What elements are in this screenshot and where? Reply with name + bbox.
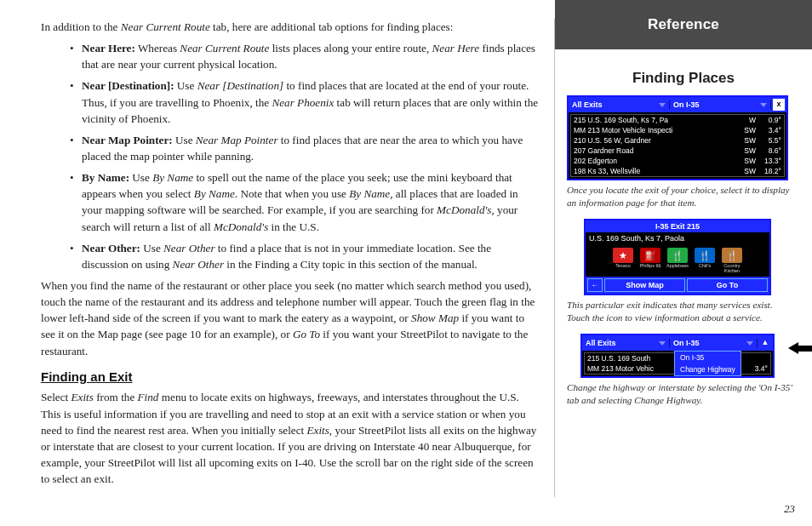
exit-subtitle: U.S. 169 South, Ks 7, Paola <box>586 232 769 244</box>
menu-item[interactable]: Change Highway <box>675 363 741 375</box>
scroll-up-icon[interactable]: ▲ <box>759 337 771 349</box>
paragraph: Select Exits from the Find menu to locat… <box>41 389 539 487</box>
poi-icon[interactable]: ⛽Phillips 66 <box>638 248 662 273</box>
chevron-down-icon <box>659 341 666 346</box>
back-button[interactable]: ← <box>587 278 603 292</box>
show-map-button[interactable]: Show Map <box>604 278 685 292</box>
list-item: Near [Destination]: Use Near [Destinatio… <box>70 77 539 126</box>
list-item: Near Other: Use Near Other to find a pla… <box>70 240 539 272</box>
pointer-arrow-icon <box>788 342 812 354</box>
exit-row[interactable]: MM 213 Motor Vehicle InspectiSW3.4° <box>571 125 784 135</box>
finding-exit-heading: Finding an Exit <box>41 368 539 386</box>
caption: This particular exit indicates that many… <box>567 299 795 323</box>
main-content: In addition to the Near Current Route ta… <box>0 0 554 526</box>
highway-menu: On I-35 Change Highway <box>674 351 741 376</box>
device-screenshot-exits-list: All Exits On I-35 x 215 U.S. 169 South, … <box>567 95 788 180</box>
sidebar: Reference Finding Places All Exits On I-… <box>555 0 812 526</box>
poi-icon[interactable]: 🍴Applebees <box>666 248 689 273</box>
list-item: By Name: Use By Name to spell out the na… <box>70 169 539 235</box>
poi-icon[interactable]: 🍴Chili's <box>693 248 717 273</box>
device-screenshot-change-highway: All Exits On I-35 ▲ 215 U.S. 169 SouthMM… <box>580 334 775 378</box>
poi-icon[interactable]: 🍴Country Kitchen <box>720 248 744 273</box>
paragraph: When you find the name of the restaurant… <box>41 277 539 359</box>
all-exits-dropdown[interactable]: All Exits <box>569 100 670 109</box>
close-icon[interactable]: x <box>773 99 785 111</box>
exit-row[interactable]: 210 U.S. 56 W, GardnerSW5.5° <box>571 135 784 146</box>
poi-icon[interactable]: ★Texaco <box>611 248 635 273</box>
reference-banner: Reference <box>555 0 812 49</box>
exit-row[interactable]: 207 Gardner RoadSW8.6° <box>571 146 784 156</box>
go-to-button[interactable]: Go To <box>687 278 768 292</box>
list-item: Near Map Pointer: Use Near Map Pointer t… <box>70 132 539 164</box>
sidebar-title: Finding Places <box>555 70 812 87</box>
highway-dropdown[interactable]: On I-35 <box>670 339 758 347</box>
device-screenshot-exit-info: I-35 Exit 215 U.S. 169 South, Ks 7, Paol… <box>584 219 771 295</box>
all-exits-dropdown[interactable]: All Exits <box>582 339 670 347</box>
caption: Once you locate the exit of your choice,… <box>567 184 795 209</box>
chevron-down-icon <box>659 103 666 107</box>
chevron-down-icon <box>746 341 753 346</box>
highway-dropdown[interactable]: On I-35 <box>670 100 771 109</box>
intro-text: In addition to the Near Current Route ta… <box>41 19 539 35</box>
caption: Change the highway or interstate by sele… <box>567 381 795 406</box>
chevron-down-icon <box>760 103 767 107</box>
exit-row[interactable]: 215 U.S. 169 South, Ks 7, PaW0.9° <box>571 115 784 125</box>
tab-options-list: Near Here: Whereas Near Current Route li… <box>70 40 539 272</box>
menu-item[interactable]: On I-35 <box>675 352 741 363</box>
page-number: 23 <box>784 502 795 516</box>
exit-row[interactable]: 198 Ks 33, WellsvilleSW18.2° <box>571 166 784 176</box>
list-item: Near Here: Whereas Near Current Route li… <box>70 40 539 72</box>
exit-row[interactable]: 202 EdgertonSW13.3° <box>571 156 784 166</box>
exit-title: I-35 Exit 215 <box>586 220 769 232</box>
